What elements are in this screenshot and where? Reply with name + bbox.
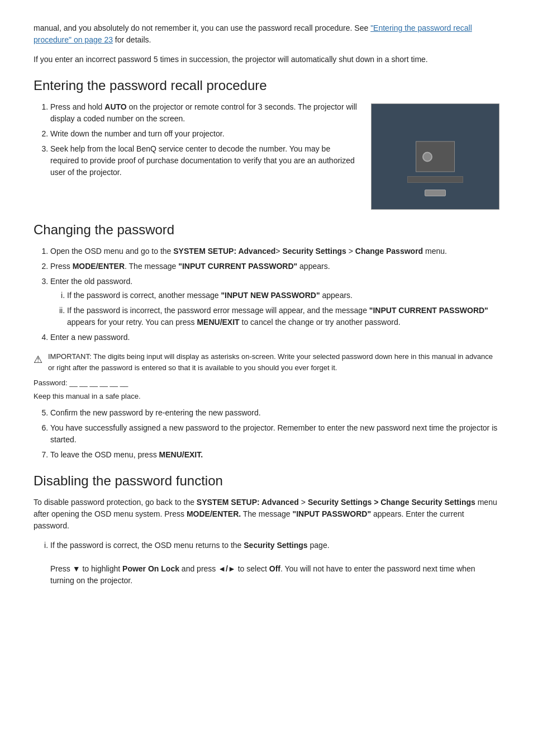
sub-step-3ii: If the password is incorrect, the passwo…	[67, 305, 499, 328]
change-step-3-substeps: If the password is correct, another mess…	[67, 290, 499, 328]
press-line: Press ▼ to highlight Power On Lock and p…	[50, 564, 475, 585]
sub-step-3i: If the password is correct, another mess…	[67, 290, 499, 301]
input-password-label: "INPUT PASSWORD"	[293, 509, 372, 518]
left-right-arrow: ◄/►	[218, 564, 236, 573]
password-field-line: Password: __ __ __ __ __ __	[34, 377, 499, 389]
change-password-steps: Open the OSD menu and go to the SYSTEM S…	[50, 245, 499, 343]
security-settings-label: Security Settings	[282, 247, 346, 256]
mode-enter-label: MODE/ENTER	[73, 262, 125, 271]
recall-steps-list: Press and hold AUTO on the projector or …	[50, 101, 360, 178]
projector-body	[416, 141, 455, 172]
change-step-5: Confirm the new password by re-entering …	[50, 407, 499, 419]
warning-box: ⚠ IMPORTANT: The digits being input will…	[34, 351, 499, 373]
intro-para1: manual, and you absolutely do not rememb…	[34, 22, 499, 46]
change-step-7: To leave the OSD menu, press MENU/EXIT.	[50, 449, 499, 461]
projector-stripe	[407, 176, 463, 183]
menu-exit-label: MENU/EXIT	[197, 318, 239, 327]
menu-exit-label2: MENU/EXIT.	[159, 450, 203, 459]
section1-steps: Press and hold AUTO on the projector or …	[34, 101, 360, 182]
security-settings-label2: Security Settings	[244, 541, 307, 550]
projector-button	[425, 190, 446, 196]
security-change-label: Security Settings > Change Security Sett…	[308, 498, 475, 507]
input-current-pw-label2: "INPUT CURRENT PASSWORD"	[369, 306, 488, 315]
auto-key: AUTO	[104, 102, 126, 111]
section3-para: To disable password protection, go back …	[34, 497, 499, 532]
section1-title: Entering the password recall procedure	[34, 75, 499, 96]
change-password-label: Change Password	[355, 247, 423, 256]
keep-safe-text: Keep this manual in a safe place.	[34, 391, 499, 402]
projector-image	[371, 103, 499, 210]
intro-para2: If you enter an incorrect password 5 tim…	[34, 54, 499, 65]
warning-icon: ⚠	[34, 352, 42, 367]
change-password-steps-cont: Confirm the new password by re-entering …	[50, 407, 499, 461]
section2-title: Changing the password	[34, 220, 499, 240]
recall-step-1: Press and hold AUTO on the projector or …	[50, 101, 360, 125]
system-setup-label: SYSTEM SETUP: Advanced	[173, 247, 275, 256]
section3-title: Disabling the password function	[34, 471, 499, 491]
mode-enter-label2: MODE/ENTER.	[187, 509, 241, 518]
change-step-2: Press MODE/ENTER. The message "INPUT CUR…	[50, 261, 499, 272]
input-current-pw-label: "INPUT CURRENT PASSWORD"	[178, 262, 297, 271]
change-step-4: Enter a new password.	[50, 332, 499, 343]
power-on-lock-label: Power On Lock	[122, 564, 179, 573]
change-step-1: Open the OSD menu and go to the SYSTEM S…	[50, 245, 499, 257]
warning-text: IMPORTANT: The digits being input will d…	[48, 351, 499, 373]
change-step-6: You have successfully assigned a new pas…	[50, 422, 499, 446]
intro-text-after: for details.	[113, 35, 151, 44]
disable-sub-step-i: If the password is correct, the OSD menu…	[50, 540, 499, 587]
change-step-3: Enter the old password. If the password …	[50, 276, 499, 328]
system-setup-adv-label: SYSTEM SETUP: Advanced	[197, 498, 299, 507]
input-new-pw-label: "INPUT NEW PASSWORD"	[221, 291, 320, 300]
recall-step-2: Write down the number and turn off your …	[50, 128, 360, 140]
recall-step-3: Seek help from the local BenQ service ce…	[50, 143, 360, 178]
intro-text-before: manual, and you absolutely do not rememb…	[34, 23, 370, 32]
section1-content: Press and hold AUTO on the projector or …	[34, 101, 499, 210]
disable-substeps: If the password is correct, the OSD menu…	[50, 540, 499, 587]
projector-lens	[422, 152, 432, 162]
off-label: Off	[269, 564, 280, 573]
down-arrow: ▼	[73, 564, 80, 573]
